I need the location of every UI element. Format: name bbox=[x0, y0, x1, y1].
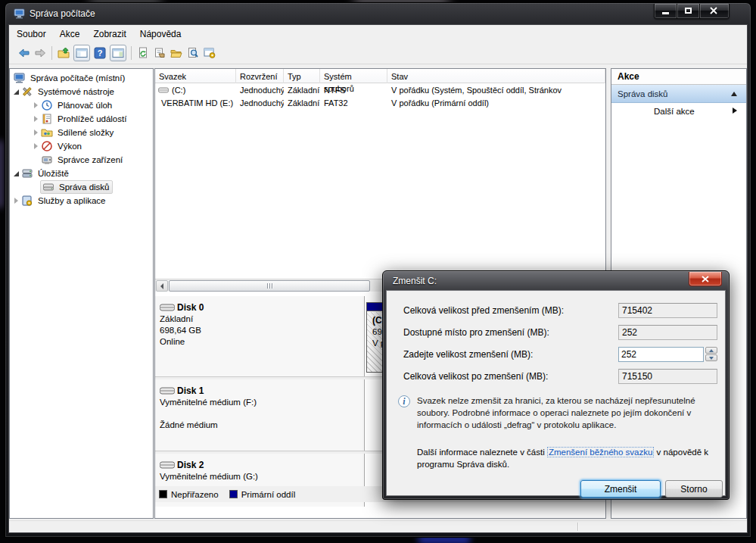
tree-item-disk-management[interactable]: Správa disků bbox=[10, 180, 153, 194]
label-total-after: Celková velikost po zmenšení (MB): bbox=[403, 371, 615, 383]
submenu-arrow-icon bbox=[733, 108, 737, 114]
volume-row-verbatim[interactable]: VERBATIM HD (E:) Jednoduchý Základní FAT… bbox=[155, 96, 605, 109]
up-one-level-button[interactable] bbox=[55, 45, 72, 61]
event-viewer-icon bbox=[41, 113, 53, 125]
snapin-settings-button[interactable] bbox=[201, 45, 218, 61]
show-action-pane-button[interactable] bbox=[110, 45, 126, 61]
expander-collapsed-icon[interactable] bbox=[31, 114, 40, 123]
collapse-icon[interactable] bbox=[731, 92, 737, 96]
label-available-shrink: Dostupné místo pro zmenšení (MB): bbox=[403, 327, 615, 339]
menu-napoveda[interactable]: Nápověda bbox=[133, 27, 188, 42]
clock-icon bbox=[41, 99, 53, 111]
close-button[interactable] bbox=[700, 4, 729, 18]
info-icon: i bbox=[398, 395, 410, 407]
performance-icon bbox=[41, 140, 53, 152]
spinner-up-button[interactable] bbox=[705, 347, 717, 354]
minimize-button[interactable] bbox=[655, 4, 677, 18]
menu-akce[interactable]: Akce bbox=[53, 27, 87, 42]
scrollbar-thumb[interactable] bbox=[169, 280, 370, 292]
tree-item-event-viewer[interactable]: Prohlížeč událostí bbox=[10, 112, 153, 126]
disk-management-icon bbox=[42, 181, 54, 193]
properties-icon bbox=[154, 47, 166, 59]
column-header-svazek[interactable]: Svazek bbox=[155, 69, 236, 83]
tree-item-task-scheduler[interactable]: Plánovač úloh bbox=[10, 98, 153, 112]
volume-row-c[interactable]: (C:) Jednoduchý Základní NTFS V pořádku … bbox=[155, 83, 605, 96]
actions-group-disk-management[interactable]: Správa disků bbox=[611, 85, 746, 103]
dialog-title: Zmenšit C: bbox=[393, 276, 437, 286]
scroll-left-icon bbox=[160, 283, 163, 289]
label-shrink-amount: Zadejte velikost zmenšení (MB): bbox=[403, 349, 615, 361]
spinner-up-icon bbox=[709, 349, 714, 352]
label-total-before: Celková velikost před zmenšením (MB): bbox=[403, 305, 615, 317]
help-button[interactable]: ? bbox=[92, 45, 108, 61]
tree-item-shared-folders[interactable]: Sdílené složky bbox=[10, 126, 153, 139]
close-icon bbox=[702, 276, 709, 282]
tree-item-system-tools[interactable]: Systémové nástroje bbox=[10, 85, 153, 98]
shrink-button[interactable]: Zmenšit bbox=[580, 480, 661, 498]
status-bar bbox=[9, 520, 747, 532]
back-icon bbox=[17, 47, 30, 59]
expander-none bbox=[31, 155, 40, 164]
maximize-icon bbox=[685, 8, 692, 14]
expander-expanded-icon[interactable] bbox=[11, 169, 20, 178]
expander-collapsed-icon[interactable] bbox=[31, 128, 40, 137]
svg-text:?: ? bbox=[98, 48, 103, 58]
minimize-icon bbox=[662, 12, 669, 14]
computer-icon bbox=[14, 72, 26, 84]
dialog-close-button[interactable] bbox=[689, 272, 722, 286]
search-icon bbox=[187, 47, 199, 59]
desktop: { "window": { "title": "Správa počítače"… bbox=[0, 0, 756, 543]
show-console-tree-button[interactable] bbox=[73, 45, 90, 61]
column-header-stav[interactable]: Stav bbox=[387, 69, 605, 83]
tree-item-device-manager[interactable]: Správce zařízení bbox=[10, 153, 153, 167]
menu-soubor[interactable]: Soubor bbox=[10, 27, 53, 42]
disk-1-info[interactable]: Disk 1 Vyměnitelné médium (F:) Žádné méd… bbox=[155, 379, 365, 451]
expander-collapsed-icon[interactable] bbox=[31, 142, 40, 151]
back-button[interactable] bbox=[15, 45, 32, 61]
refresh-button[interactable] bbox=[135, 45, 151, 61]
shrink-volume-dialog: Zmenšit C: Celková velikost před zmenšen… bbox=[382, 270, 730, 500]
legend-primary-partition: Primární oddíl bbox=[229, 490, 296, 499]
disk-icon bbox=[160, 386, 175, 395]
menu-bar: Soubor Akce Zobrazit Nápověda bbox=[9, 25, 747, 42]
close-icon bbox=[710, 7, 717, 14]
shared-folders-icon bbox=[41, 126, 53, 139]
status-bar-divider bbox=[577, 523, 578, 531]
find-button[interactable] bbox=[185, 45, 201, 61]
cancel-button[interactable]: Storno bbox=[665, 480, 723, 498]
refresh-icon bbox=[137, 47, 149, 59]
column-header-typ[interactable]: Typ bbox=[284, 69, 320, 83]
spinner-down-button[interactable] bbox=[705, 354, 717, 361]
column-header-system-souboru[interactable]: Systém souborů bbox=[320, 69, 387, 83]
expander-expanded-icon[interactable] bbox=[11, 87, 20, 96]
export-list-button[interactable] bbox=[168, 45, 185, 61]
title-bar[interactable]: Správa počítače bbox=[5, 3, 751, 24]
spinner-down-icon bbox=[709, 357, 714, 360]
properties-button[interactable] bbox=[151, 45, 168, 61]
forward-button[interactable] bbox=[32, 45, 48, 61]
value-total-before: 715402 bbox=[618, 303, 717, 318]
toolbar: ? bbox=[9, 42, 747, 64]
device-manager-icon bbox=[41, 154, 53, 166]
legend-unallocated: Nepřiřazeno bbox=[159, 490, 219, 499]
shrink-amount-input[interactable] bbox=[618, 347, 704, 362]
menu-zobrazit[interactable]: Zobrazit bbox=[86, 27, 132, 42]
console-tree-icon bbox=[76, 47, 88, 59]
services-icon bbox=[21, 195, 33, 207]
primary-partition-swatch bbox=[229, 490, 238, 498]
forward-icon bbox=[34, 47, 47, 59]
tree-item-storage[interactable]: Úložiště bbox=[10, 167, 153, 180]
scroll-left-button[interactable] bbox=[156, 280, 168, 292]
actions-item-more-actions[interactable]: Další akce bbox=[611, 103, 746, 120]
tree-item-computer-management[interactable]: Správa počítače (místní) bbox=[10, 71, 153, 85]
maximize-button[interactable] bbox=[677, 4, 700, 18]
expander-collapsed-icon[interactable] bbox=[11, 196, 20, 205]
help-link[interactable]: Zmenšení běžného svazku bbox=[547, 447, 654, 457]
tree-item-services-applications[interactable]: Služby a aplikace bbox=[10, 194, 153, 208]
open-folder-icon bbox=[170, 47, 182, 59]
expander-collapsed-icon[interactable] bbox=[31, 101, 40, 110]
system-tools-icon bbox=[21, 86, 33, 98]
tree-item-performance[interactable]: Výkon bbox=[10, 139, 153, 153]
disk-0-info[interactable]: Disk 0 Základní 698,64 GB Online bbox=[155, 296, 365, 376]
column-header-rozvrzeni[interactable]: Rozvržení bbox=[236, 69, 284, 83]
